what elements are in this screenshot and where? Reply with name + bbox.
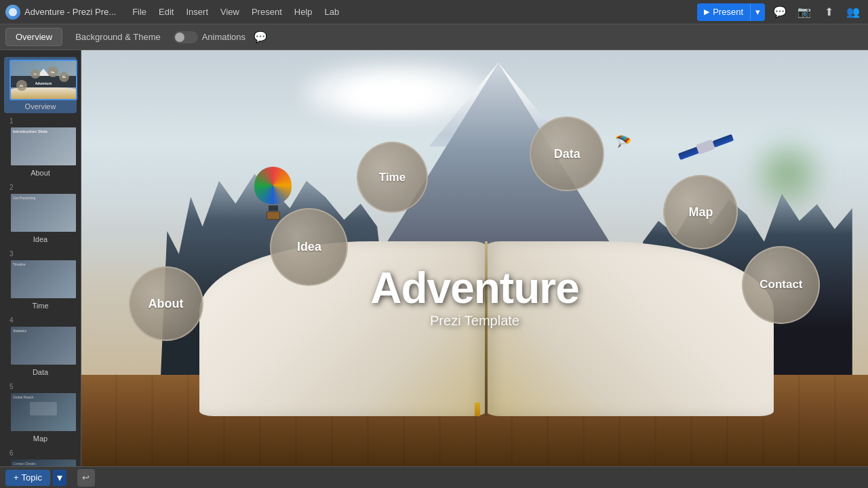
menu-edit[interactable]: Edit	[153, 4, 179, 20]
present-dropdown-arrow[interactable]: ▾	[750, 3, 765, 21]
menu-insert[interactable]: Insert	[180, 4, 214, 20]
bubble-data[interactable]: Data	[530, 117, 604, 191]
slide-thumb-data: Statistics	[9, 325, 77, 366]
app-logo: Adventure - Prezi Pre...	[5, 5, 116, 20]
slide-subtitle: Prezi Template	[370, 313, 579, 329]
slide-label-idea: Idea	[9, 235, 71, 243]
present-label: Present	[713, 7, 743, 17]
menu-help[interactable]: Help	[289, 4, 318, 20]
balloon-body	[254, 167, 292, 204]
bottombar: + Topic ▾ ↩	[0, 466, 868, 488]
present-button-main[interactable]: ▶ Present	[697, 3, 750, 21]
add-topic-label: Topic	[22, 472, 42, 483]
prezi-logo-icon	[5, 5, 20, 20]
slide-label-overview: Overview	[9, 102, 71, 110]
toolbar: Overview Background & Theme Animations 💬	[0, 24, 868, 50]
animations-label: Animations	[202, 32, 245, 42]
hot-air-balloon	[254, 167, 292, 214]
slide-thumb-about: Introduction Slide	[9, 126, 77, 167]
back-button[interactable]: ↩	[77, 469, 95, 487]
comment-icon[interactable]: 💬	[254, 30, 267, 43]
add-topic-button[interactable]: + Topic	[5, 470, 50, 486]
sidebar-item-about[interactable]: 1 Introduction Slide About	[4, 115, 77, 180]
sidebar-item-overview[interactable]: Adventure Ab Ti Da Ma Overview	[4, 57, 77, 113]
slide-number-5: 5	[9, 383, 71, 390]
play-icon: ▶	[704, 7, 709, 16]
slide-number-3: 3	[9, 250, 71, 258]
svg-point-0	[9, 8, 17, 16]
bubble-map[interactable]: Map	[663, 175, 738, 249]
bubble-contact[interactable]: Contact	[742, 246, 820, 324]
slide-thumb-overview: Adventure Ab Ti Da Ma	[9, 60, 77, 100]
back-arrow-icon: ↩	[82, 472, 90, 483]
slide-label-map: Map	[9, 434, 71, 443]
tab-overview[interactable]: Overview	[5, 28, 62, 46]
slide-thumb-idea: Get Presenting	[9, 192, 77, 233]
slide-label-data: Data	[9, 368, 71, 376]
users-icon[interactable]: 👥	[844, 3, 863, 22]
slide-number-2: 2	[9, 184, 71, 191]
dropdown-chevron-icon: ▾	[57, 471, 62, 484]
balloon-rope	[269, 205, 278, 211]
camera-icon[interactable]: 📷	[795, 3, 814, 22]
sidebar: Adventure Ab Ti Da Ma Overview 1 Introdu…	[0, 50, 81, 466]
menu-file[interactable]: File	[127, 4, 152, 20]
bubble-idea[interactable]: Idea	[270, 208, 348, 286]
sidebar-item-contact[interactable]: 6 Contact Details Contact	[4, 447, 77, 466]
slide-main-title: Adventure	[370, 263, 579, 313]
app-title: Adventure - Prezi Pre...	[24, 7, 116, 17]
plus-icon: +	[14, 472, 19, 483]
sidebar-item-map[interactable]: 5 Global Reach Map	[4, 380, 77, 445]
topbar: Adventure - Prezi Pre... File Edit Inser…	[0, 0, 868, 24]
chevron-down-icon: ▾	[755, 7, 760, 17]
bubble-time[interactable]: Time	[357, 142, 428, 213]
slide-label-time: Time	[9, 302, 71, 310]
slide-number-4: 4	[9, 317, 71, 324]
book-gold-edge	[475, 403, 480, 416]
tab-animations[interactable]: Animations	[174, 31, 245, 43]
chat-icon[interactable]: 💬	[770, 3, 789, 22]
add-topic-dropdown[interactable]: ▾	[53, 470, 66, 486]
balloon-basket	[267, 211, 280, 220]
menu-bar: File Edit Insert View Present Help Lab	[127, 4, 344, 20]
canvas-area[interactable]: 🪂 About Time Data Idea Map Contact A	[81, 50, 868, 466]
main-area: Adventure Ab Ti Da Ma Overview 1 Introdu…	[0, 50, 868, 466]
sidebar-item-data[interactable]: 4 Statistics Data	[4, 314, 77, 379]
menu-present[interactable]: Present	[246, 4, 288, 20]
parachuter: 🪂	[615, 134, 632, 150]
slide-canvas: 🪂 About Time Data Idea Map Contact A	[81, 50, 868, 466]
slide-thumb-contact: Contact Details	[9, 458, 77, 466]
animations-toggle[interactable]	[174, 31, 198, 43]
menu-lab[interactable]: Lab	[319, 4, 345, 20]
menu-view[interactable]: View	[215, 4, 245, 20]
slide-title-area: Adventure Prezi Template	[370, 263, 579, 329]
topbar-right: ▶ Present ▾ 💬 📷 ⬆ 👥	[697, 3, 863, 22]
bubble-about[interactable]: About	[129, 266, 203, 341]
share-icon[interactable]: ⬆	[819, 3, 838, 22]
slide-thumb-time: Timeline	[9, 259, 77, 300]
sidebar-item-idea[interactable]: 2 Get Presenting Idea	[4, 181, 77, 246]
slide-thumb-map: Global Reach	[9, 392, 77, 432]
slide-number-6: 6	[9, 449, 71, 457]
sidebar-item-time[interactable]: 3 Timeline Time	[4, 247, 77, 312]
tab-background[interactable]: Background & Theme	[65, 28, 171, 46]
slide-number-1: 1	[9, 117, 71, 125]
present-button[interactable]: ▶ Present ▾	[697, 3, 765, 21]
slide-label-about: About	[9, 169, 71, 177]
